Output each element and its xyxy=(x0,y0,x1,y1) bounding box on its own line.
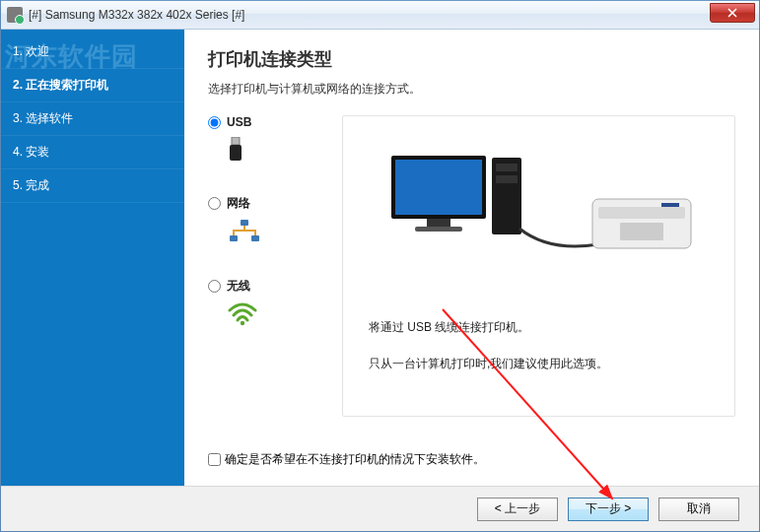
radio-network-label: 网络 xyxy=(227,195,250,212)
svg-rect-9 xyxy=(415,227,462,232)
connection-illustration xyxy=(359,146,719,274)
close-icon xyxy=(727,8,737,18)
illustration-panel: 将通过 USB 线缆连接打印机。 只从一台计算机打印时,我们建议使用此选项。 xyxy=(342,115,735,417)
radio-usb-input[interactable] xyxy=(208,116,221,129)
svg-rect-8 xyxy=(427,219,450,227)
close-button[interactable] xyxy=(710,3,755,23)
installer-window: [#] Samsung M332x 382x 402x Series [#] 河… xyxy=(0,0,760,532)
radio-usb-label: USB xyxy=(227,115,251,129)
page-subtitle: 选择打印机与计算机或网络的连接方式。 xyxy=(208,81,735,98)
svg-rect-15 xyxy=(620,223,663,240)
radio-wireless-label: 无线 xyxy=(227,278,250,295)
no-printer-checkbox[interactable] xyxy=(208,453,221,466)
no-printer-checkbox-label: 确定是否希望在不连接打印机的情况下安装软件。 xyxy=(225,451,485,468)
svg-rect-3 xyxy=(230,235,238,241)
titlebar: [#] Samsung M332x 382x 402x Series [#] xyxy=(1,0,759,30)
page-heading: 打印机连接类型 xyxy=(208,47,735,71)
description-line-2: 只从一台计算机打印时,我们建议使用此选项。 xyxy=(369,356,719,372)
footer: < 上一步 下一步 > 取消 xyxy=(1,486,759,531)
radio-wireless[interactable]: 无线 xyxy=(208,278,326,295)
radio-network-input[interactable] xyxy=(208,197,221,210)
radio-wireless-input[interactable] xyxy=(208,280,221,293)
radio-usb[interactable]: USB xyxy=(208,115,326,129)
step-1: 1. 欢迎 xyxy=(1,35,184,69)
svg-rect-4 xyxy=(251,235,259,241)
description-line-1: 将通过 USB 线缆连接打印机。 xyxy=(369,319,719,336)
sidebar: 河东软件园 1. 欢迎 2. 正在搜索打印机 3. 选择软件 4. 安装 5. … xyxy=(1,30,184,486)
step-3: 3. 选择软件 xyxy=(1,102,184,136)
step-2: 2. 正在搜索打印机 xyxy=(1,69,184,102)
svg-rect-11 xyxy=(496,164,518,171)
usb-icon xyxy=(228,137,326,166)
svg-rect-1 xyxy=(230,145,242,161)
step-4: 4. 安装 xyxy=(1,136,184,169)
step-5: 5. 完成 xyxy=(1,169,184,203)
svg-rect-0 xyxy=(232,137,240,145)
svg-point-5 xyxy=(241,321,244,325)
radio-network[interactable]: 网络 xyxy=(208,195,326,212)
window-title: [#] Samsung M332x 382x 402x Series [#] xyxy=(29,8,244,22)
no-printer-checkbox-row[interactable]: 确定是否希望在不连接打印机的情况下安装软件。 xyxy=(208,451,485,468)
next-button[interactable]: 下一步 > xyxy=(568,498,649,521)
wifi-icon xyxy=(228,302,326,329)
svg-rect-2 xyxy=(241,220,248,226)
back-button[interactable]: < 上一步 xyxy=(477,498,558,521)
cancel-button[interactable]: 取消 xyxy=(658,498,739,521)
main-panel: 打印机连接类型 选择打印机与计算机或网络的连接方式。 USB 网络 xyxy=(184,30,759,486)
app-icon xyxy=(7,7,23,23)
svg-rect-7 xyxy=(395,160,482,215)
network-icon xyxy=(228,220,326,248)
svg-rect-14 xyxy=(598,207,685,219)
svg-rect-16 xyxy=(661,203,679,207)
svg-rect-12 xyxy=(496,175,518,183)
